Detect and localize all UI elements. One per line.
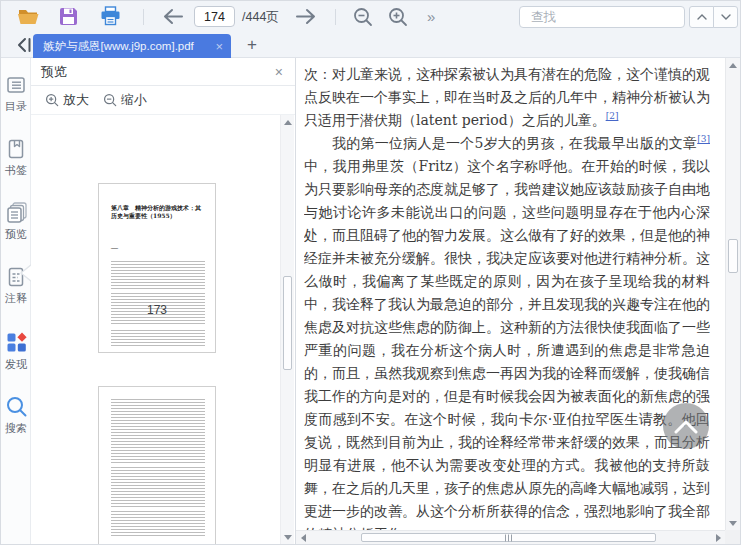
footnote-ref-link[interactable]: [2] [606, 111, 619, 121]
preview-close-icon[interactable]: × [275, 65, 283, 79]
toc-icon [5, 74, 27, 96]
scrollbar-corner [725, 530, 740, 544]
footnote-ref-link[interactable]: [3] [697, 134, 710, 144]
open-file-button[interactable] [17, 7, 40, 26]
tab-close-icon[interactable]: × [215, 40, 223, 53]
back-to-top-button[interactable] [663, 403, 709, 449]
document-text: 次：对儿童来说，这种探索被认为具有潜在的危险，这个谨慎的观点反映在一个事实上，即… [304, 63, 710, 530]
thumbnail-text-block [111, 511, 205, 536]
pdf-reader-window: /444页 » [0, 0, 741, 545]
page-number-input[interactable] [194, 6, 235, 27]
zoom-out-circle-icon [103, 93, 117, 107]
sidebar-rail: 目录 书签 预览 [1, 58, 31, 544]
toolbar-divider [143, 9, 144, 25]
chevron-down-icon [721, 14, 731, 20]
sidebar-item-search[interactable]: 搜索 [1, 395, 31, 434]
scrollbar-thumb[interactable] [361, 533, 656, 542]
save-icon [59, 7, 78, 26]
sidebar-item-label: 搜索 [5, 422, 27, 434]
thumbnail-page-174[interactable] [98, 386, 216, 544]
collapse-left-icon [16, 37, 34, 53]
discover-icon [5, 331, 28, 354]
zoom-out-icon [353, 7, 373, 27]
thumbnail-chapter-heading: 第八章 精神分析的游戏技术：其历史与重要性（1955） [111, 204, 203, 220]
find-input[interactable] [531, 10, 692, 24]
zoom-in-circle-icon [45, 93, 59, 107]
zoom-in-button[interactable] [388, 7, 408, 27]
folder-icon [17, 7, 40, 26]
tab-title: 嫉妒与感恩[www.j9p.com].pdf [43, 39, 211, 54]
scroll-up-arrow[interactable] [281, 115, 295, 129]
sidebar-item-toc[interactable]: 目录 [1, 74, 31, 112]
toolbar: /444页 » [1, 1, 741, 32]
find-previous-button[interactable] [689, 6, 714, 28]
document-tab[interactable]: 嫉妒与感恩[www.j9p.com].pdf × [33, 34, 231, 58]
thumbnail-page-number: 173 [98, 303, 216, 317]
find-bar [519, 6, 685, 28]
scroll-right-arrow[interactable] [711, 531, 725, 544]
tab-bar: 嫉妒与感恩[www.j9p.com].pdf × + [1, 32, 741, 58]
scrollbar-thumb[interactable] [728, 239, 738, 273]
preview-panel: 预览 × 放大 [31, 58, 296, 544]
thumbnail-zoom-in-label: 放大 [63, 91, 89, 109]
paragraph: 我的第一位病人是一个5岁大的男孩，在我最早出版的文章[3]中，我用弗里茨（Fri… [304, 132, 710, 530]
preview-panel-header: 预览 × [31, 58, 295, 86]
thumbnail-zoom-in-button[interactable]: 放大 [45, 91, 89, 109]
save-button[interactable] [59, 7, 78, 26]
content-area: 目录 书签 预览 [1, 58, 740, 544]
sidebar-item-label: 书签 [5, 164, 27, 176]
sidebar-item-label: 注释 [5, 292, 27, 304]
preview-panel-title: 预览 [41, 63, 275, 81]
scroll-down-arrow[interactable] [726, 516, 740, 530]
sidebar-item-label: 发现 [5, 358, 27, 370]
new-tab-button[interactable]: + [241, 35, 263, 55]
scroll-up-arrow[interactable] [726, 58, 740, 72]
document-view: 次：对儿童来说，这种探索被认为具有潜在的危险，这个谨慎的观点反映在一个事实上，即… [296, 58, 740, 544]
thumbnail-text-block [111, 467, 205, 507]
more-tools-button[interactable]: » [427, 9, 435, 24]
chevrons-right-icon: » [427, 9, 435, 24]
sidebar-item-discover[interactable]: 发现 [1, 331, 31, 370]
active-panel-notch [22, 265, 32, 281]
scroll-left-arrow[interactable] [296, 531, 310, 544]
sidebar-item-label: 目录 [5, 100, 27, 112]
find-next-button[interactable] [713, 6, 738, 28]
preview-panel-controls: 放大 缩小 [31, 86, 295, 115]
previous-page-button[interactable] [161, 8, 184, 25]
thumbnail-zoom-out-button[interactable]: 缩小 [103, 91, 147, 109]
thumbnail-page-173[interactable]: 第八章 精神分析的游戏技术：其历史与重要性（1955） — [98, 183, 216, 353]
search-blue-icon [5, 395, 28, 418]
thumbnail-text-block [111, 330, 205, 347]
toolbar-divider [335, 9, 336, 25]
thumbnail-scrollbar[interactable] [280, 115, 294, 544]
scroll-down-arrow[interactable] [281, 530, 295, 544]
page-count-label: /444页 [242, 9, 279, 26]
thumbnail-list: 第八章 精神分析的游戏技术：其历史与重要性（1955） — 173 174 [31, 115, 279, 544]
thumbnail-text-block [111, 399, 205, 463]
chevron-up-icon [697, 14, 707, 20]
sidebar-item-bookmarks[interactable]: 书签 [1, 138, 31, 176]
scrollbar-thumb[interactable] [283, 276, 292, 370]
sidebar-item-label: 预览 [5, 228, 27, 240]
chevron-up-icon [673, 418, 699, 434]
next-page-button[interactable] [295, 8, 318, 25]
zoom-in-icon [388, 7, 408, 27]
zoom-out-button[interactable] [353, 7, 373, 27]
horizontal-scrollbar[interactable] [296, 530, 725, 544]
thumbnail-text-block: — [111, 244, 118, 251]
scrollbar-grip [505, 534, 513, 541]
arrow-left-icon [161, 8, 184, 25]
printer-icon [100, 6, 121, 26]
thumbnail-text-block [111, 261, 205, 289]
sidebar-item-preview[interactable]: 预览 [1, 201, 31, 240]
paragraph: 次：对儿童来说，这种探索被认为具有潜在的危险，这个谨慎的观点反映在一个事实上，即… [304, 63, 710, 132]
vertical-scrollbar[interactable] [725, 58, 740, 530]
arrow-right-icon [295, 8, 318, 25]
print-button[interactable] [100, 6, 121, 26]
preview-icon [5, 201, 28, 224]
thumbnail-zoom-out-label: 缩小 [121, 91, 147, 109]
bookmark-icon [5, 138, 27, 160]
